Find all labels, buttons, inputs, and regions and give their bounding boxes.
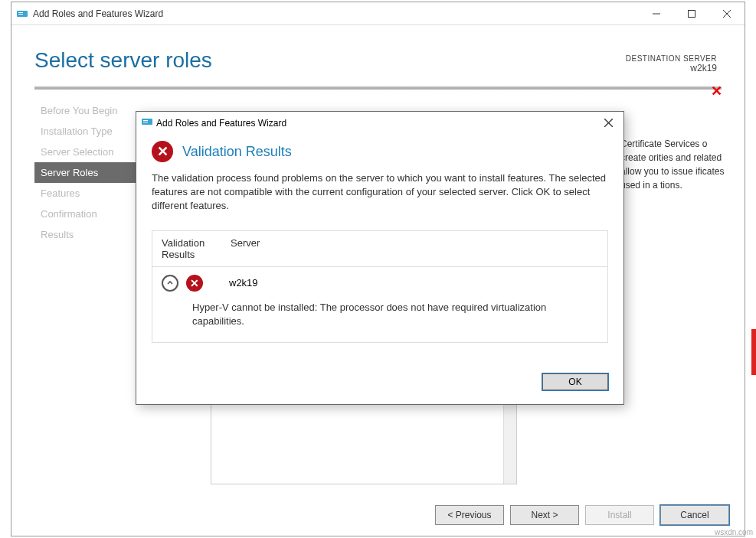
server-manager-icon: [141, 116, 153, 131]
svg-rect-1: [18, 12, 23, 13]
validation-detail: Hyper-V cannot be installed: The process…: [162, 292, 598, 334]
collapse-icon[interactable]: [162, 275, 178, 292]
server-name: w2k19: [229, 277, 258, 289]
watermark: wsxdn.com: [715, 528, 753, 536]
svg-rect-9: [143, 122, 148, 122]
validation-table: Validation Results Server ✕ w2k19 Hyper-…: [152, 230, 608, 343]
col-validation-results: Validation Results: [162, 237, 231, 260]
col-server: Server: [231, 237, 260, 260]
destination-server-block: DESTINATION SERVER w2k19: [626, 54, 717, 73]
dialog-titlebar: Add Roles and Features Wizard: [136, 112, 623, 135]
close-button[interactable]: [709, 2, 745, 25]
minimize-button[interactable]: [639, 2, 674, 25]
dialog-heading-row: ✕ Validation Results: [152, 141, 608, 162]
server-manager-icon: [16, 8, 28, 20]
validation-dialog: Add Roles and Features Wizard ✕ Validati…: [136, 111, 624, 405]
destination-label: DESTINATION SERVER: [626, 54, 717, 63]
svg-rect-8: [143, 120, 148, 121]
next-button[interactable]: Next >: [510, 505, 579, 525]
dialog-title: Add Roles and Features Wizard: [156, 118, 597, 129]
edge-artifact: [751, 329, 756, 375]
error-icon: ✕: [186, 275, 203, 292]
svg-line-5: [723, 10, 731, 18]
svg-rect-2: [18, 14, 23, 15]
cancel-button[interactable]: Cancel: [660, 505, 729, 525]
page-heading: Select server roles: [34, 48, 722, 73]
table-row: ✕ w2k19 Hyper-V cannot be installed: The…: [152, 267, 607, 342]
wizard-footer: < Previous Next > Install Cancel: [435, 505, 729, 525]
maximize-button[interactable]: [674, 2, 709, 25]
svg-rect-4: [689, 10, 695, 17]
titlebar: Add Roles and Features Wizard: [11, 2, 745, 25]
svg-line-6: [723, 10, 731, 18]
window-title: Add Roles and Features Wizard: [33, 8, 639, 19]
header-divider: ✕: [34, 86, 722, 90]
destination-value: w2k19: [626, 63, 717, 73]
role-description-panel: Certificate Services o create orities an…: [620, 137, 735, 192]
ok-button[interactable]: OK: [542, 373, 608, 390]
dialog-close-button[interactable]: [597, 117, 619, 129]
dialog-heading: Validation Results: [182, 144, 292, 160]
install-button[interactable]: Install: [585, 505, 654, 525]
dialog-message: The validation process found problems on…: [152, 171, 608, 214]
window-controls: [639, 2, 745, 25]
error-icon: ✕: [152, 141, 173, 162]
previous-button[interactable]: < Previous: [435, 505, 504, 525]
table-header: Validation Results Server: [152, 231, 607, 267]
